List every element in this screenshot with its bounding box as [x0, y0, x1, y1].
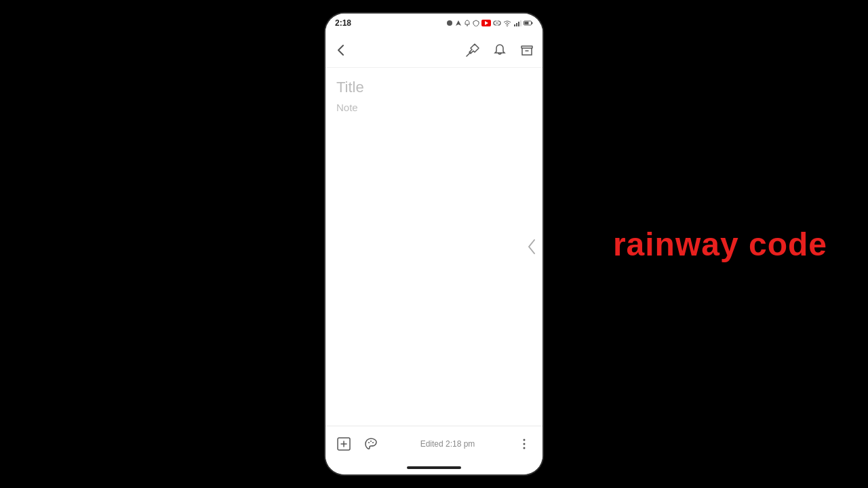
svg-rect-10 [525, 22, 529, 24]
status-icons [446, 20, 533, 26]
battery-icon [524, 20, 533, 26]
reminder-button[interactable] [492, 43, 507, 58]
palette-button[interactable] [363, 436, 378, 451]
status-time: 2:18 [335, 18, 351, 28]
svg-rect-7 [518, 22, 519, 26]
bell-small-icon [464, 20, 471, 26]
svg-point-22 [524, 447, 526, 449]
svg-point-20 [524, 439, 526, 441]
location-icon [455, 20, 462, 26]
svg-point-19 [372, 442, 374, 443]
svg-point-18 [370, 441, 372, 442]
add-button[interactable] [336, 436, 351, 451]
svg-point-21 [524, 443, 526, 445]
svg-point-4 [507, 26, 508, 26]
signal-icon [513, 20, 521, 26]
svg-rect-8 [520, 20, 521, 26]
pin-button[interactable] [465, 43, 480, 58]
toolbar-left [334, 43, 349, 58]
archive-button[interactable] [519, 43, 534, 58]
record-icon [446, 20, 453, 26]
status-bar: 2:18 [326, 14, 542, 33]
edited-text: Edited 2:18 pm [420, 439, 475, 449]
svg-rect-5 [514, 24, 515, 26]
shield-icon [473, 20, 479, 26]
note-body-field[interactable]: Note [336, 102, 532, 113]
svg-point-0 [447, 20, 452, 26]
back-button[interactable] [334, 43, 349, 58]
bottom-left-icons [336, 436, 378, 451]
note-title-field[interactable]: Title [336, 79, 532, 96]
svg-rect-6 [516, 23, 517, 26]
svg-line-12 [467, 52, 471, 56]
app-toolbar [326, 33, 542, 68]
svg-point-17 [368, 442, 370, 443]
side-chevron-button[interactable] [525, 237, 538, 257]
watermark-text: rainway code [613, 226, 827, 263]
toolbar-right [465, 43, 534, 58]
svg-marker-1 [456, 20, 461, 26]
more-button[interactable] [517, 436, 532, 451]
link-icon [493, 20, 501, 26]
bottom-toolbar: Edited 2:18 pm [326, 426, 542, 461]
youtube-icon [481, 20, 491, 26]
phone-frame: 2:18 [326, 14, 542, 474]
wifi-icon [503, 20, 511, 26]
svg-rect-13 [521, 46, 532, 48]
home-indicator [326, 461, 542, 474]
home-bar [407, 466, 461, 469]
svg-rect-11 [532, 22, 533, 24]
svg-point-2 [467, 25, 468, 26]
note-content[interactable]: Title Note [326, 68, 542, 426]
